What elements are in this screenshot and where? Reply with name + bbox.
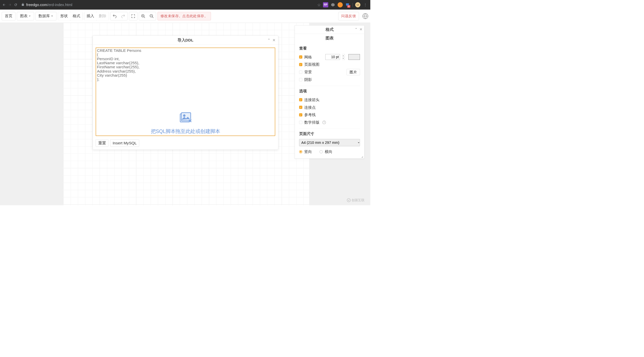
back-button[interactable] [2,3,6,7]
shape-format-group: 形状 格式 [58,12,83,20]
grid-color-swatch[interactable] [348,54,360,60]
language-button[interactable] [362,13,369,19]
url-host: freedgo.com [26,3,47,7]
modal-title: 导入DDL [177,37,193,43]
database-menu-label: 数据库 [38,13,50,18]
picture-button[interactable]: 图片 [347,69,360,75]
landscape-label: 横向 [325,149,332,154]
extension-icon-1[interactable]: RP [323,2,328,8]
extension-icon-3[interactable] [337,2,343,8]
insert-button[interactable]: 插入 [84,12,96,20]
panel-close-icon[interactable]: ✕ [359,27,363,32]
conn-arrow-label: 连接箭头 [304,97,319,102]
undo-button[interactable] [110,12,119,20]
url-path: /erd-index.html [47,3,72,7]
format-button[interactable]: 格式 [70,12,83,20]
svg-point-8 [347,198,350,202]
portrait-radio[interactable] [299,150,303,153]
delete-button: 删除 [96,12,109,20]
insert-mysql-button[interactable]: Insert MySQL [110,139,139,147]
chevron-down-icon: ▼ [51,15,53,18]
shadow-checkbox[interactable] [299,78,303,81]
chart-menu-label: 图表 [20,13,28,18]
guide-label: 参考线 [304,112,316,117]
section-view: 查看 [299,46,360,51]
forward-button[interactable] [8,3,12,7]
app-toolbar: 首页 图表▼ 数据库▼ 形状 格式 插入 删除 修改未保存。点击此处保存。 问题… [0,10,370,23]
reload-button[interactable] [14,3,18,7]
modal-minimize-icon[interactable]: ⌃ [267,37,271,43]
feedback-button[interactable]: 问题反馈 [338,12,359,20]
bookmark-star-icon[interactable]: ☆ [317,2,321,7]
browser-chrome: freedgo.com/erd-index.html ☆ RP 新 | ⋮ [0,0,370,10]
pageview-label: 页面视图 [304,62,319,67]
reset-button[interactable]: 重置 [96,139,109,147]
portrait-label: 竖向 [304,149,312,154]
extension-icon-4[interactable]: 新 [345,2,350,8]
shadow-label: 阴影 [304,77,312,82]
extension-icon-2[interactable] [330,2,336,8]
grid-label: 网格 [304,54,312,59]
modal-header: 导入DDL ⌃ ✕ [93,36,278,45]
fullscreen-button[interactable] [129,12,137,20]
math-label: 数学排版 [304,120,319,125]
address-bar[interactable]: freedgo.com/erd-index.html [21,3,72,7]
grid-spinner[interactable]: ▴▾ [342,54,345,60]
zoom-in-button[interactable] [139,12,147,20]
grid-checkbox[interactable]: ✓ [299,55,303,59]
math-checkbox[interactable] [299,121,303,124]
import-ddl-modal: 导入DDL ⌃ ✕ 把SQL脚本拖至此处或创建脚本 重置 Insert MySQ… [93,35,278,150]
section-pagesize: 页面尺寸 [299,131,360,136]
home-button[interactable]: 首页 [2,12,15,20]
format-panel: 格式 ⌃ ✕ 图表 查看 ✓ 网格 ▴▾ ✓ 页面视图 [295,25,365,159]
watermark: 创新互联 [347,198,365,202]
background-label: 背景 [304,70,312,75]
svg-point-1 [358,4,359,5]
landscape-radio[interactable] [319,150,323,153]
conn-arrow-checkbox[interactable]: ✓ [299,98,303,101]
insert-delete-group: 插入 删除 [84,12,109,20]
help-icon[interactable]: ? [323,121,326,124]
panel-resize-handle[interactable]: ◢ [361,155,364,158]
profile-avatar[interactable] [355,2,360,8]
conn-point-label: 连接点 [304,105,316,110]
chart-menu[interactable]: 图表▼ [17,12,34,20]
workspace: 导入DDL ⌃ ✕ 把SQL脚本拖至此处或创建脚本 重置 Insert MySQ… [0,23,370,205]
lock-icon [21,3,25,7]
undo-redo-group [110,12,128,20]
zoom-group [139,12,156,20]
guide-checkbox[interactable]: ✓ [299,113,303,117]
redo-button[interactable] [119,12,127,20]
conn-point-checkbox[interactable]: ✓ [299,106,303,109]
pageview-checkbox[interactable]: ✓ [299,63,303,66]
canvas-area[interactable]: 导入DDL ⌃ ✕ 把SQL脚本拖至此处或创建脚本 重置 Insert MySQ… [0,23,370,205]
unsaved-warning[interactable]: 修改未保存。点击此处保存。 [157,12,211,20]
chevron-down-icon: ▼ [28,15,31,18]
browser-menu-icon[interactable]: ⋮ [363,3,368,7]
shape-button[interactable]: 形状 [58,12,70,20]
modal-close-icon[interactable]: ✕ [272,37,276,43]
pagesize-select[interactable]: A4 (210 mm x 297 mm) [299,139,360,146]
watermark-text: 创新互联 [352,198,365,202]
extensions-row: ☆ RP 新 | ⋮ [317,2,368,8]
panel-header: 格式 ⌃ ✕ [295,26,364,34]
database-menu[interactable]: 数据库▼ [35,12,56,20]
grid-size-input[interactable] [325,54,340,60]
panel-tab-chart[interactable]: 图表 [295,34,364,43]
svg-point-0 [357,4,357,5]
zoom-out-button[interactable] [147,12,156,20]
ddl-textarea[interactable] [96,48,275,136]
panel-collapse-icon[interactable]: ⌃ [354,27,358,32]
background-checkbox[interactable] [299,71,303,74]
section-options: 选项 [299,88,360,94]
panel-title: 格式 [326,27,333,32]
